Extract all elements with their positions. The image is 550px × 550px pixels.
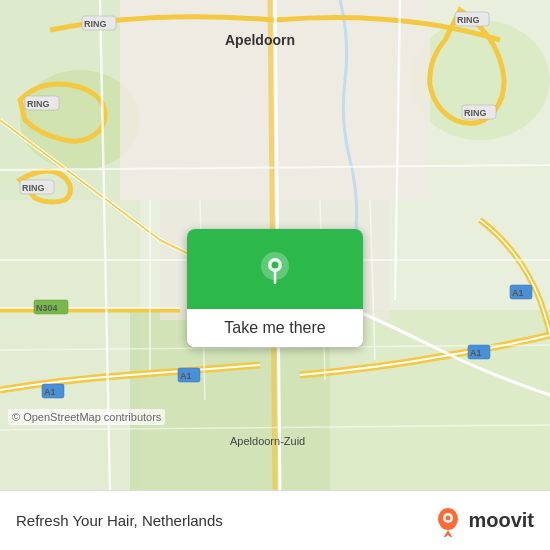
copyright-text: © OpenStreetMap contributors <box>8 409 165 425</box>
svg-text:RING: RING <box>27 99 50 109</box>
moovit-brand-text: moovit <box>468 509 534 532</box>
svg-point-46 <box>272 262 279 269</box>
svg-text:A1: A1 <box>470 348 482 358</box>
svg-text:RING: RING <box>84 19 107 29</box>
button-green-area <box>187 229 363 309</box>
svg-rect-2 <box>0 200 140 490</box>
svg-text:A1: A1 <box>512 288 524 298</box>
svg-point-49 <box>446 515 451 520</box>
svg-text:RING: RING <box>457 15 480 25</box>
svg-rect-4 <box>330 310 550 490</box>
svg-text:A1: A1 <box>44 387 56 397</box>
take-me-there-button[interactable]: Take me there <box>187 229 363 347</box>
location-pin-icon <box>257 251 293 287</box>
moovit-logo: moovit <box>432 505 534 537</box>
svg-text:N304: N304 <box>36 303 58 313</box>
svg-text:A1: A1 <box>180 371 192 381</box>
info-bar: Refresh Your Hair, Netherlands moovit <box>0 490 550 550</box>
svg-text:Apeldoorn-Zuid: Apeldoorn-Zuid <box>230 435 305 447</box>
location-label: Refresh Your Hair, Netherlands <box>16 512 223 529</box>
svg-text:RING: RING <box>22 183 45 193</box>
city-label: Apeldoorn <box>225 32 295 48</box>
moovit-icon <box>432 505 464 537</box>
take-me-there-label: Take me there <box>187 309 363 347</box>
svg-text:RING: RING <box>464 108 487 118</box>
map-container: Apeldoorn Apeldoorn-Zuid RING RING RING … <box>0 0 550 490</box>
